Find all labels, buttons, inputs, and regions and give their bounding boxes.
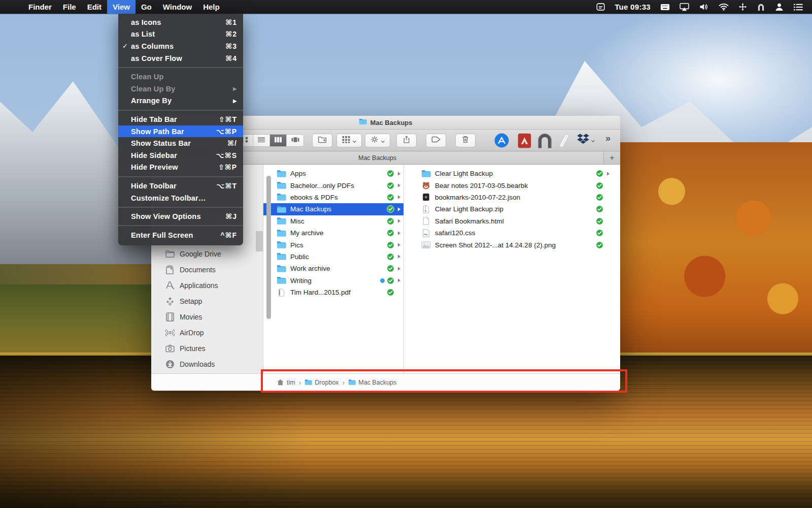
menu-window[interactable]: Window — [157, 0, 197, 14]
menu-item-show-path-bar[interactable]: Show Path Bar⌥⌘P — [118, 125, 243, 138]
file-row-writing[interactable]: Writing — [263, 275, 403, 287]
sidebar-item-applications[interactable]: Applications — [151, 277, 263, 293]
column-mac-backups-contents: Clear Light BackupBear notes 2017-03-05.… — [403, 165, 620, 373]
sidebar-item-setapp[interactable]: Setapp — [151, 293, 263, 309]
file-name: Mac Backups — [290, 205, 331, 213]
pdf-icon — [277, 289, 286, 297]
sidebar-item-google-drive[interactable]: Google Drive — [151, 246, 263, 262]
user-icon[interactable] — [775, 3, 784, 11]
view-list-button[interactable] — [253, 135, 270, 146]
menu-item-arrange-by[interactable]: Arrange By▶ — [118, 95, 243, 107]
chevron-right-icon — [394, 231, 401, 236]
menu-item-show-view-options[interactable]: Show View Options⌘J — [118, 210, 243, 223]
chevron-right-icon — [394, 242, 401, 247]
arch-icon[interactable] — [757, 3, 765, 11]
file-row-mac-backups[interactable]: Mac Backups — [263, 203, 403, 215]
folder-icon — [277, 252, 286, 261]
file-row-bachelor-only-pdfs[interactable]: Bachelor...only PDFs — [263, 179, 403, 191]
check-icon — [387, 182, 394, 189]
column-scrollbar[interactable] — [266, 176, 271, 319]
sidebar-item-pictures[interactable]: Pictures — [151, 340, 263, 356]
file-row-my-archive[interactable]: My archive — [263, 227, 403, 239]
folder-icon — [277, 193, 286, 201]
menu-view[interactable]: View — [107, 0, 136, 14]
sidebar-item-airdrop[interactable]: AirDrop — [151, 325, 263, 340]
file-row-bear-notes-2017-03-05-bearbk[interactable]: Bear notes 2017-03-05.bearbk — [404, 179, 620, 191]
applications-icon — [165, 281, 175, 290]
menu-go[interactable]: Go — [136, 0, 157, 14]
pen-app-icon — [558, 133, 570, 150]
appstore-button[interactable] — [494, 133, 509, 150]
file-row-bookmarks-2010-07-22-json[interactable]: bookmarks-2010-07-22.json — [404, 192, 620, 203]
file-row-pics[interactable]: Pics — [263, 239, 403, 250]
zip-icon — [421, 205, 431, 213]
menu-item-as-icons[interactable]: as Icons⌘1 — [118, 16, 243, 28]
menu-edit[interactable]: Edit — [82, 0, 107, 14]
menu-item-hide-preview[interactable]: Hide Preview⇧⌘P — [118, 162, 243, 174]
red-app-button[interactable] — [518, 133, 531, 150]
toolbar-overflow-button[interactable]: » — [605, 133, 611, 144]
column-dropbox-contents: AppsBachelor...only PDFsebooks & PDFsMac… — [263, 165, 403, 373]
menu-item-enter-full-screen[interactable]: Enter Full Screen^⌘F — [118, 229, 243, 241]
keyboard-icon[interactable] — [660, 3, 670, 11]
file-row-misc[interactable]: Misc — [263, 215, 403, 227]
tag-button[interactable] — [426, 134, 446, 147]
dropbox-button[interactable] — [577, 133, 595, 147]
volume-icon[interactable] — [699, 3, 709, 11]
menu-item-as-columns[interactable]: ✓as Columns⌘3 — [118, 40, 243, 52]
file-row-clear-light-backup-zip[interactable]: Clear Light Backup.zip — [404, 203, 620, 215]
file-row-ebooks-pdfs[interactable]: ebooks & PDFs — [263, 192, 403, 203]
menu-item-hide-tab-bar[interactable]: Hide Tab Bar⇧⌘T — [118, 113, 243, 125]
share-button[interactable] — [396, 134, 417, 147]
file-row-screen-shot-2012-at-14-24-28-2-png[interactable]: Screen Shot 2012-...at 14.24.28 (2).png — [404, 239, 620, 250]
menu-item-as-list[interactable]: as List⌘2 — [118, 28, 243, 41]
menu-item-label: Hide Tab Bar — [131, 115, 219, 123]
check-icon — [596, 205, 603, 213]
file-row-public[interactable]: Public — [263, 251, 403, 263]
pen-app-button[interactable] — [558, 133, 570, 150]
menu-item-customize-toolbar-[interactable]: Customize Toolbar… — [118, 192, 243, 204]
file-row-work-archive[interactable]: Work archive — [263, 263, 403, 274]
list-icon[interactable] — [793, 3, 803, 11]
menu-item-hide-sidebar[interactable]: Hide Sidebar⌥⌘S — [118, 149, 243, 162]
menu-help[interactable]: Help — [197, 0, 225, 14]
calendar-icon[interactable] — [596, 3, 605, 11]
check-icon — [596, 170, 603, 177]
path-segment-tim[interactable]: tim — [277, 379, 295, 386]
sidebar-item-documents[interactable]: Documents — [151, 262, 263, 277]
apple-menu[interactable] — [10, 2, 19, 12]
view-coverflow-button[interactable] — [287, 135, 303, 146]
menu-item-as-cover-flow[interactable]: as Cover Flow⌘4 — [118, 52, 243, 65]
path-segment-dropbox[interactable]: Dropbox — [304, 379, 339, 386]
path-segment-mac-backups[interactable]: Mac Backups — [348, 379, 396, 386]
group-button[interactable] — [336, 134, 362, 147]
menu-item-show-status-bar[interactable]: Show Status Bar⌘/ — [118, 137, 243, 149]
file-row-safari120-css[interactable]: safari120.css — [404, 227, 620, 239]
delete-button[interactable] — [455, 134, 476, 147]
file-row-safari-bookmarks-html[interactable]: Safari Bookmarks.html — [404, 215, 620, 227]
new-tab-button[interactable]: + — [604, 151, 620, 164]
file-row-clear-light-backup[interactable]: Clear Light Backup — [404, 168, 620, 179]
view-menu-dropdown: as Icons⌘1as List⌘2✓as Columns⌘3as Cover… — [118, 14, 243, 245]
airplay-icon[interactable] — [680, 3, 689, 11]
file-row-apps[interactable]: Apps — [263, 168, 403, 179]
check-icon — [387, 289, 394, 296]
sidebar-item-movies[interactable]: Movies — [151, 309, 263, 325]
sidebar-item-downloads[interactable]: Downloads — [151, 356, 263, 372]
file-row-tim-hard-2015-pdf[interactable]: Tim Hard...2015.pdf — [263, 287, 403, 298]
wallpaper-autumn-trees — [617, 142, 812, 366]
move-icon[interactable] — [738, 3, 747, 11]
folder-icon — [277, 170, 286, 178]
folder-icon — [277, 181, 286, 189]
menu-bar-clock[interactable]: Tue 09:33 — [615, 3, 651, 11]
arch-app-button[interactable] — [537, 133, 553, 151]
action-button[interactable] — [365, 134, 390, 147]
view-columns-button[interactable] — [270, 135, 287, 146]
new-folder-button[interactable] — [312, 134, 332, 147]
json-icon — [421, 193, 431, 201]
menu-finder[interactable]: Finder — [23, 0, 57, 14]
menu-item-hide-toolbar[interactable]: Hide Toolbar⌥⌘T — [118, 180, 243, 192]
wifi-icon[interactable] — [719, 3, 729, 11]
new-folder-icon — [318, 136, 327, 145]
menu-file[interactable]: File — [57, 0, 82, 14]
